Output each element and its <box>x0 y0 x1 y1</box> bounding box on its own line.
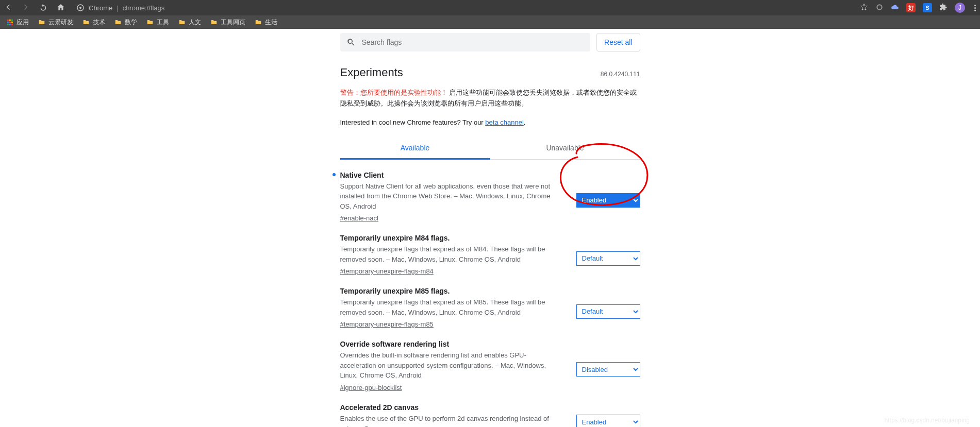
flag-select[interactable]: DefaultEnabledDisabled <box>576 251 640 266</box>
flag-select[interactable]: DefaultEnabledDisabled <box>576 304 640 319</box>
svg-rect-8 <box>11 22 13 23</box>
site-label: Chrome <box>89 4 112 12</box>
bookmark-item[interactable]: 工具网页 <box>210 18 245 27</box>
flag-hash-link[interactable]: #enable-nacl <box>340 214 378 222</box>
browser-toolbar: Chrome | chrome://flags 好 S J <box>0 0 980 15</box>
folder-icon <box>82 19 90 26</box>
flag-item: Override software rendering listOverride… <box>340 329 640 392</box>
svg-rect-6 <box>7 22 9 23</box>
beta-channel-link[interactable]: beta channel <box>485 118 523 126</box>
chrome-site-icon <box>76 4 85 12</box>
url-text: chrome://flags <box>123 4 165 12</box>
reset-all-button[interactable]: Reset all <box>596 33 640 52</box>
folder-icon <box>210 19 218 26</box>
reload-icon[interactable] <box>39 3 47 13</box>
svg-rect-11 <box>11 24 13 25</box>
svg-rect-10 <box>9 24 11 25</box>
forward-icon[interactable] <box>22 3 30 13</box>
flag-select[interactable]: DefaultEnabledDisabled <box>576 362 640 377</box>
apps-icon <box>6 19 13 26</box>
flag-title: Accelerated 2D canvas <box>340 403 553 412</box>
tab-available[interactable]: Available <box>340 138 490 160</box>
flag-hash-link[interactable]: #temporary-unexpire-flags-m85 <box>340 320 434 328</box>
back-icon[interactable] <box>4 3 12 13</box>
flag-title: Temporarily unexpire M85 flags. <box>340 287 553 295</box>
modified-dot <box>333 173 336 176</box>
address-bar[interactable]: Chrome | chrome://flags <box>76 4 854 12</box>
search-icon <box>346 38 356 47</box>
flag-item: Temporarily unexpire M85 flags.Temporari… <box>340 276 640 329</box>
folder-icon <box>178 19 186 26</box>
ext-circle-icon[interactable] <box>875 3 884 13</box>
flag-title: Temporarily unexpire M84 flags. <box>340 234 553 242</box>
folder-icon <box>38 19 45 26</box>
folder-icon <box>114 19 122 26</box>
flag-description: Support Native Client for all web applic… <box>340 181 553 212</box>
bookmark-item[interactable]: 生活 <box>255 18 277 27</box>
search-input[interactable] <box>361 38 585 47</box>
extensions-icon[interactable] <box>939 3 948 13</box>
flag-title: Native Client <box>340 171 553 179</box>
svg-rect-9 <box>7 24 9 25</box>
svg-point-2 <box>877 5 882 9</box>
flag-select[interactable]: DefaultEnabledDisabled <box>576 415 640 427</box>
bookmark-item[interactable]: 人文 <box>178 18 201 27</box>
home-icon[interactable] <box>57 3 65 13</box>
page-content: Reset all Experiments 86.0.4240.111 警告：您… <box>0 29 980 427</box>
tab-unavailable[interactable]: Unavailable <box>490 138 640 159</box>
tabs: Available Unavailable <box>340 138 640 160</box>
flag-description: Overrides the built-in software renderin… <box>340 350 553 381</box>
flag-description: Enables the use of the GPU to perform 2d… <box>340 414 553 427</box>
search-box[interactable] <box>340 33 591 52</box>
folder-icon <box>255 19 262 26</box>
warning-red: 警告：您所要使用的是实验性功能！ <box>340 89 447 96</box>
apps-label: 应用 <box>16 18 29 27</box>
menu-icon[interactable] <box>974 5 976 11</box>
version-text: 86.0.4240.111 <box>601 71 640 78</box>
flag-description: Temporarily unexpire flags that expired … <box>340 244 553 264</box>
ext-blue-badge[interactable]: S <box>923 3 932 12</box>
apps-shortcut[interactable]: 应用 <box>6 18 29 27</box>
svg-rect-5 <box>11 20 13 21</box>
flag-title: Override software rendering list <box>340 340 553 348</box>
svg-point-1 <box>79 7 81 9</box>
svg-rect-4 <box>9 20 11 21</box>
flag-description: Temporarily unexpire flags that expired … <box>340 297 553 317</box>
ext-red-badge[interactable]: 好 <box>906 3 916 12</box>
folder-icon <box>146 19 154 26</box>
bookmark-item[interactable]: 技术 <box>82 18 105 27</box>
page-title: Experiments <box>340 66 403 79</box>
profile-avatar[interactable]: J <box>955 3 965 13</box>
flag-item: Accelerated 2D canvasEnables the use of … <box>340 392 640 427</box>
beta-line: Interested in cool new Chrome features? … <box>340 118 640 126</box>
bookmarks-bar: 应用 云景研发技术数学工具人文工具网页生活 <box>0 15 980 29</box>
bookmark-item[interactable]: 工具 <box>146 18 169 27</box>
star-icon[interactable] <box>860 3 868 13</box>
bookmark-item[interactable]: 云景研发 <box>38 18 73 27</box>
flag-hash-link[interactable]: #temporary-unexpire-flags-m84 <box>340 267 434 275</box>
warning-text: 警告：您所要使用的是实验性功能！ 启用这些功能可能会致使您丢失浏览数据，或者致使… <box>340 88 640 109</box>
ext-cloud-icon[interactable] <box>891 3 899 13</box>
svg-rect-3 <box>7 20 9 21</box>
flag-select[interactable]: DefaultEnabledDisabled <box>576 193 640 208</box>
flag-item: Temporarily unexpire M84 flags.Temporari… <box>340 223 640 276</box>
svg-rect-7 <box>9 22 11 23</box>
bookmark-item[interactable]: 数学 <box>114 18 137 27</box>
flag-hash-link[interactable]: #ignore-gpu-blocklist <box>340 384 402 391</box>
flag-item: Native ClientSupport Native Client for a… <box>340 160 640 223</box>
